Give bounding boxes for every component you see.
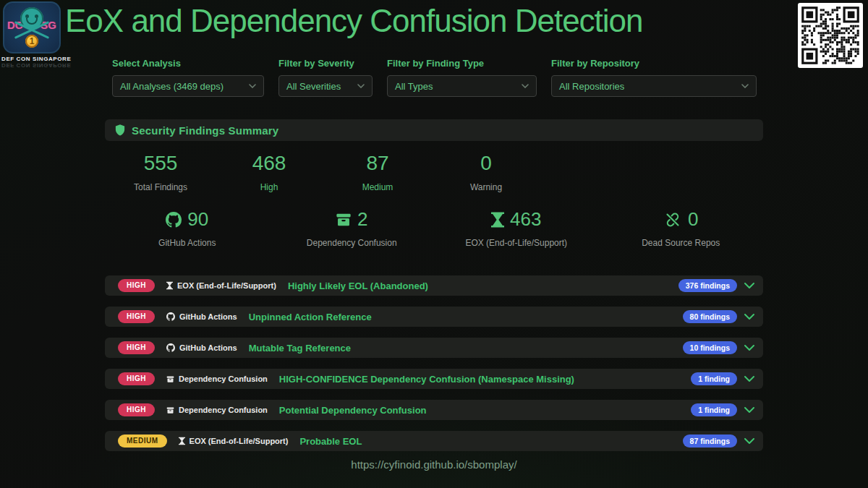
stat-label: EOX (End-of-Life/Support): [434, 238, 599, 248]
summary-header-title: Security Findings Summary: [132, 124, 278, 137]
findings-count-badge: 10 findings: [683, 341, 737, 355]
stat-label: Warning: [432, 182, 540, 192]
analysis-select[interactable]: All Analyses (3469 deps): [112, 75, 264, 97]
finding-row-mutable-tag[interactable]: HIGH GitHub Actions Mutable Tag Referenc…: [105, 338, 763, 358]
hourglass-icon: [166, 281, 173, 290]
finding-type-select[interactable]: All Types: [387, 75, 537, 97]
finding-row-highly-likely-eol[interactable]: HIGH EOX (End-of-Life/Support) Highly Li…: [105, 275, 763, 296]
chevron-down-icon: [249, 84, 256, 88]
logo-caption-reflection: DEF CON SINGAPORE: [1, 62, 62, 69]
stat-label: High: [215, 182, 323, 192]
finding-row-potential-dependency-confusion[interactable]: HIGH Dependency Confusion Potential Depe…: [105, 400, 763, 420]
chevron-down-icon[interactable]: [744, 438, 754, 445]
stat-label: Dead Source Repos: [599, 238, 764, 248]
chevron-down-icon[interactable]: [744, 345, 754, 351]
github-icon: [166, 312, 175, 321]
stat-total-findings: 555 Total Findings: [106, 152, 215, 192]
stat-value: 87: [323, 152, 432, 175]
stat-value: 555: [106, 152, 215, 175]
finding-title: Unpinned Action Reference: [249, 312, 683, 322]
finding-category: Dependency Confusion: [166, 406, 268, 414]
stat-value: 0: [432, 152, 540, 175]
package-icon: [166, 406, 174, 414]
stat-eox: 463 EOX (End-of-Life/Support): [434, 208, 599, 248]
chevron-down-icon[interactable]: [744, 314, 754, 320]
finding-category-label: Dependency Confusion: [179, 406, 268, 414]
repository-select-value: All Repositories: [559, 81, 624, 92]
stats-row: 555 Total Findings 468 High 87 Medium 0 …: [106, 152, 540, 192]
findings-count-badge: 376 findings: [678, 279, 737, 293]
stat-github-actions: 90 GitHub Actions: [105, 208, 270, 248]
severity-badge: HIGH: [118, 341, 155, 354]
severity-badge: HIGH: [118, 310, 155, 323]
hourglass-icon: [491, 212, 504, 228]
finding-category-label: Dependency Confusion: [179, 374, 268, 383]
findings-list: HIGH EOX (End-of-Life/Support) Highly Li…: [105, 275, 763, 451]
stat-warning: 0 Warning: [432, 152, 540, 192]
stat-label: GitHub Actions: [105, 238, 270, 248]
chevron-down-icon[interactable]: [744, 283, 754, 289]
filter-analysis-label: Select Analysis: [112, 58, 264, 69]
stat-value: 468: [215, 152, 323, 175]
hourglass-icon: [179, 437, 185, 445]
github-icon: [166, 343, 175, 352]
logo-number-badge: 1: [25, 35, 38, 48]
finding-type-select-value: All Types: [395, 81, 433, 92]
finding-title: Highly Likely EOL (Abandoned): [288, 281, 678, 291]
finding-category-label: EOX (End-of-Life/Support): [177, 281, 276, 290]
finding-category: GitHub Actions: [166, 343, 237, 352]
finding-title: HIGH-CONFIDENCE Dependency Confusion (Na…: [279, 374, 691, 385]
finding-category: GitHub Actions: [166, 312, 237, 321]
finding-category: EOX (End-of-Life/Support): [179, 437, 289, 445]
finding-category: Dependency Confusion: [166, 374, 268, 383]
severity-badge: HIGH: [118, 279, 155, 292]
severity-select-value: All Severities: [286, 81, 341, 92]
github-icon: [166, 212, 182, 228]
filter-repository: Filter by Repository All Repositories: [551, 58, 757, 97]
severity-badge: HIGH: [118, 403, 155, 416]
filter-finding-type-label: Filter by Finding Type: [387, 58, 537, 69]
filter-finding-type: Filter by Finding Type All Types: [387, 58, 537, 97]
filter-analysis: Select Analysis All Analyses (3469 deps): [112, 58, 264, 97]
finding-category-label: GitHub Actions: [179, 312, 237, 321]
findings-count-badge: 87 findings: [683, 435, 737, 448]
stat-label: Dependency Confusion: [270, 238, 435, 248]
defcon-sg-badge: DC SG 1: [3, 1, 61, 53]
finding-title: Potential Dependency Confusion: [279, 405, 691, 416]
findings-count-badge: 80 findings: [683, 310, 737, 324]
findings-count-badge: 1 finding: [691, 372, 737, 386]
findings-count-badge: 1 finding: [691, 403, 737, 417]
stat-high: 468 High: [215, 152, 323, 192]
chevron-down-icon[interactable]: [744, 407, 754, 414]
finding-category: EOX (End-of-Life/Support): [166, 281, 276, 290]
finding-row-high-confidence-dependency-confusion[interactable]: HIGH Dependency Confusion HIGH-CONFIDENC…: [105, 369, 763, 389]
footer-url: https://cyfinoid.github.io/sbomplay/: [0, 458, 868, 471]
severity-select[interactable]: All Severities: [278, 75, 373, 97]
stat-label: Total Findings: [106, 182, 215, 192]
filter-severity: Filter by Severity All Severities: [278, 58, 373, 97]
stat-dead-source-repos: 0 Dead Source Repos: [599, 208, 764, 248]
analysis-select-value: All Analyses (3469 deps): [120, 81, 224, 92]
stat-value: 90: [187, 208, 208, 231]
finding-row-unpinned-action[interactable]: HIGH GitHub Actions Unpinned Action Refe…: [105, 307, 763, 327]
package-icon: [336, 212, 352, 228]
finding-row-probable-eol[interactable]: MEDIUM EOX (End-of-Life/Support) Probabl…: [105, 431, 763, 451]
stat-label: Medium: [323, 182, 432, 192]
finding-title: Probable EOL: [299, 436, 682, 447]
chevron-down-icon: [741, 84, 749, 88]
page-title: EoX and Dependency Confusion Detection: [65, 3, 760, 39]
stat-value: 463: [510, 208, 541, 231]
logo-caption: DEF CON SINGAPORE: [1, 56, 62, 62]
icon-stats-row: 90 GitHub Actions 2 Dependency Confusion…: [105, 208, 763, 248]
severity-badge: HIGH: [118, 372, 155, 385]
chevron-down-icon[interactable]: [744, 376, 754, 382]
broken-link-icon: [663, 211, 682, 228]
summary-header: Security Findings Summary: [105, 119, 763, 141]
filter-severity-label: Filter by Severity: [278, 58, 373, 69]
severity-badge: MEDIUM: [118, 435, 167, 448]
repository-select[interactable]: All Repositories: [551, 75, 757, 97]
chevron-down-icon: [522, 84, 529, 88]
package-icon: [166, 375, 174, 383]
finding-category-label: GitHub Actions: [179, 343, 237, 352]
defcon-sg-logo: DC SG 1 DEF CON SINGAPORE DEF CON SINGAP…: [1, 1, 62, 69]
